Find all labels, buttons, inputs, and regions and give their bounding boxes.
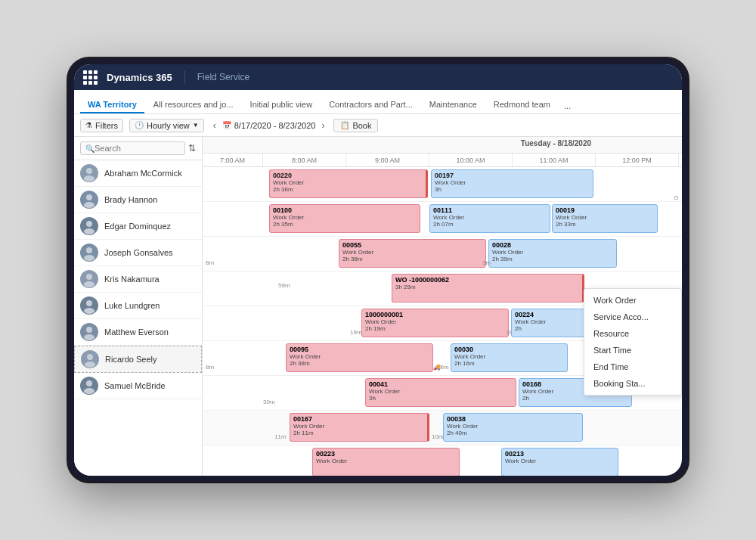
avatar [80, 164, 98, 182]
context-menu-end-time[interactable]: End Time [584, 358, 681, 375]
offset-label: 11m [274, 433, 287, 440]
offset-label: 19m [350, 329, 362, 336]
avatar [80, 244, 98, 262]
resource-name: Brady Hannon [104, 195, 157, 204]
svg-point-11 [84, 308, 94, 314]
chevron-down-icon: ▼ [193, 122, 199, 129]
top-nav: Dynamics 365 Field Service [74, 64, 682, 90]
resource-name: Matthew Everson [104, 327, 169, 337]
booking-block[interactable]: 00111 Work Order 2h 07m [429, 204, 550, 233]
svg-point-15 [85, 362, 95, 368]
tab-maintenance[interactable]: Maintenance [422, 97, 485, 113]
svg-point-13 [84, 334, 94, 340]
context-menu-start-time[interactable]: Start Time [584, 342, 681, 358]
prev-arrow[interactable]: ‹ [210, 119, 219, 132]
date-nav: ‹ 📅 8/17/2020 - 8/23/2020 › [210, 119, 328, 132]
avatar [80, 296, 98, 315]
view-select[interactable]: 🕐 Hourly view ▼ [129, 119, 204, 132]
svg-point-5 [84, 228, 94, 234]
booking-block[interactable]: 00223 Work Order [312, 448, 460, 476]
tab-redmond-team[interactable]: Redmond team [486, 97, 558, 113]
booking-block[interactable]: 00100 Work Order 2h 35m [269, 204, 420, 233]
booking-block[interactable]: 00213 Work Order [501, 448, 618, 476]
booking-block[interactable]: 00167 Work Order 2h 11m [290, 413, 429, 442]
time-slot-12pm: 12:00 PM [596, 154, 679, 166]
resource-item[interactable]: Brady Hannon [74, 187, 202, 213]
schedule-row: 00223 Work Order 00213 Work Order [203, 445, 682, 476]
filter-button[interactable]: ⚗ Filters [80, 119, 123, 132]
svg-point-0 [86, 168, 92, 174]
resource-name: Luke Lundgren [104, 301, 160, 310]
booking-block[interactable]: 00220 Work Order 2h 36m [269, 169, 428, 198]
booking-block[interactable]: 1000000001 Work Order 2h 19m [361, 309, 509, 337]
device-screen: Dynamics 365 Field Service WA Territory … [74, 64, 682, 476]
search-input[interactable] [94, 144, 180, 153]
resource-item[interactable]: Luke Lundgren [74, 293, 202, 319]
resource-item[interactable]: Kris Nakamura [74, 266, 202, 293]
search-input-wrap[interactable]: 🔍 [80, 141, 185, 155]
svg-point-14 [87, 354, 93, 360]
offset-label: 8m [206, 259, 214, 266]
book-icon: 📋 [340, 121, 349, 129]
app-subtitle: Field Service [197, 72, 249, 82]
app-title: Dynamics 365 [107, 72, 172, 83]
booking-block[interactable]: 00095 Work Order 2h 38m [286, 343, 433, 372]
tab-more[interactable]: ... [559, 98, 575, 113]
booking-block[interactable]: 00030 Work Order 2h 16m [451, 343, 568, 372]
tab-all-resources[interactable]: All resources and jo... [146, 97, 241, 113]
tab-initial-public[interactable]: Initial public view [243, 97, 321, 113]
avatar [80, 270, 98, 288]
sort-icon[interactable]: ⇅ [188, 143, 196, 154]
booking-block[interactable]: 00019 Work Order 2h 33m [552, 204, 658, 233]
context-menu-service-account[interactable]: Service Acco... [584, 309, 681, 325]
resource-item[interactable]: Joseph Gonsalves [74, 240, 202, 266]
offset-label2: 3m [482, 259, 491, 266]
avatar [80, 377, 98, 395]
svg-point-6 [86, 247, 92, 253]
context-menu-booking-status[interactable]: Booking Sta... [584, 375, 681, 392]
offset-label: 59m [278, 282, 290, 289]
context-menu-work-order[interactable]: Work Order [584, 292, 681, 309]
date-range-label: 8/17/2020 - 8/23/2020 [234, 121, 316, 130]
filter-icon: ⚗ [85, 121, 92, 129]
tab-wa-territory[interactable]: WA Territory [80, 97, 144, 113]
sidebar: 🔍 ⇅ Abraham McCormick [74, 137, 203, 476]
svg-point-12 [86, 327, 92, 333]
booking-block[interactable]: WO -1000000062 3h 29m [392, 274, 584, 303]
svg-point-2 [86, 194, 92, 200]
resource-name: Edgar Dominquez [104, 222, 171, 231]
booking-truck: 🚚 [433, 364, 441, 371]
next-arrow[interactable]: › [318, 119, 327, 132]
book-button[interactable]: 📋 Book [333, 119, 378, 132]
booking-block[interactable]: 00028 Work Order 2h 39m [488, 239, 617, 268]
time-slot-10am: 10:00 AM [429, 154, 513, 166]
resource-item[interactable]: Matthew Everson [74, 319, 202, 346]
search-icon: 🔍 [85, 144, 94, 153]
svg-point-8 [86, 274, 92, 280]
device-frame: Dynamics 365 Field Service WA Territory … [68, 58, 688, 482]
booking-block[interactable]: 00041 Work Order 3h [365, 378, 516, 407]
svg-point-4 [86, 221, 92, 227]
schedule-row: 00100 Work Order 2h 35m 00111 Work Order… [203, 202, 682, 237]
avatar [81, 350, 99, 368]
booking-block[interactable]: 00055 Work Order 2h 38m [339, 239, 486, 268]
avatar [80, 217, 98, 235]
resource-name: Abraham McCormick [104, 169, 182, 178]
booking-clock-icon: ⊙ [507, 329, 512, 336]
waffle-icon[interactable] [83, 70, 98, 85]
resource-item[interactable]: Edgar Dominquez [74, 213, 202, 240]
booking-block[interactable]: 00197 Work Order 3h [431, 169, 593, 198]
resource-item[interactable]: Abraham McCormick [74, 160, 202, 187]
avatar [80, 323, 98, 341]
resource-item-selected[interactable]: Ricardo Seely [74, 346, 202, 373]
resource-name: Kris Nakamura [104, 275, 160, 284]
tab-contractors[interactable]: Contractors and Part... [321, 97, 420, 113]
resource-name: Joseph Gonsalves [104, 248, 173, 257]
schedule-row: 00220 Work Order 2h 36m 00197 Work Order… [203, 167, 682, 202]
booking-block[interactable]: 00038 Work Order 2h 40m [443, 413, 583, 442]
nav-separator [184, 70, 185, 84]
svg-point-7 [84, 255, 94, 261]
resource-item[interactable]: Samuel McBride [74, 373, 202, 399]
context-menu-resource[interactable]: Resource [584, 325, 681, 342]
time-slot-8am: 8:00 AM [263, 154, 346, 166]
